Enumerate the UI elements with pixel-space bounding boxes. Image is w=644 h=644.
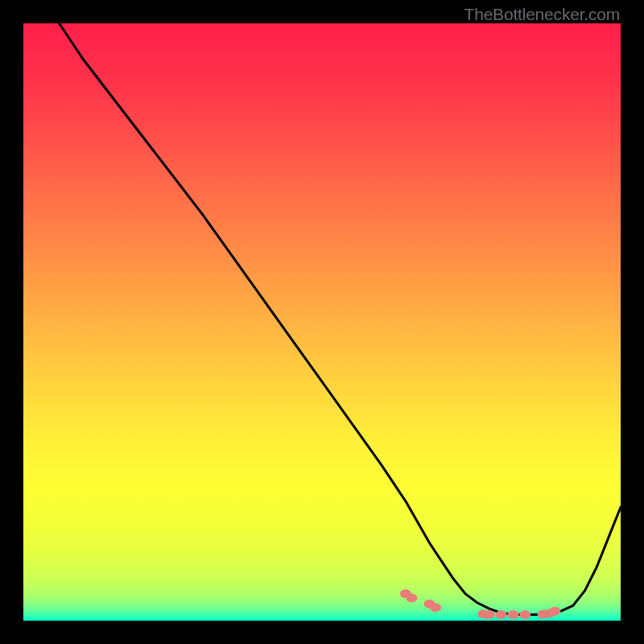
plot-area [23, 23, 621, 621]
bottleneck-curve [60, 23, 621, 615]
attribution-label: TheBottlenecker.com [464, 5, 620, 24]
marker-point [549, 607, 560, 616]
bottleneck-chart: TheBottlenecker.com [0, 0, 644, 644]
marker-point [406, 593, 417, 602]
curve-layer [23, 23, 621, 621]
marker-point [430, 603, 441, 612]
marker-point [484, 610, 495, 619]
marker-point [496, 610, 507, 619]
marker-point [507, 610, 518, 619]
marker-point [519, 610, 530, 619]
